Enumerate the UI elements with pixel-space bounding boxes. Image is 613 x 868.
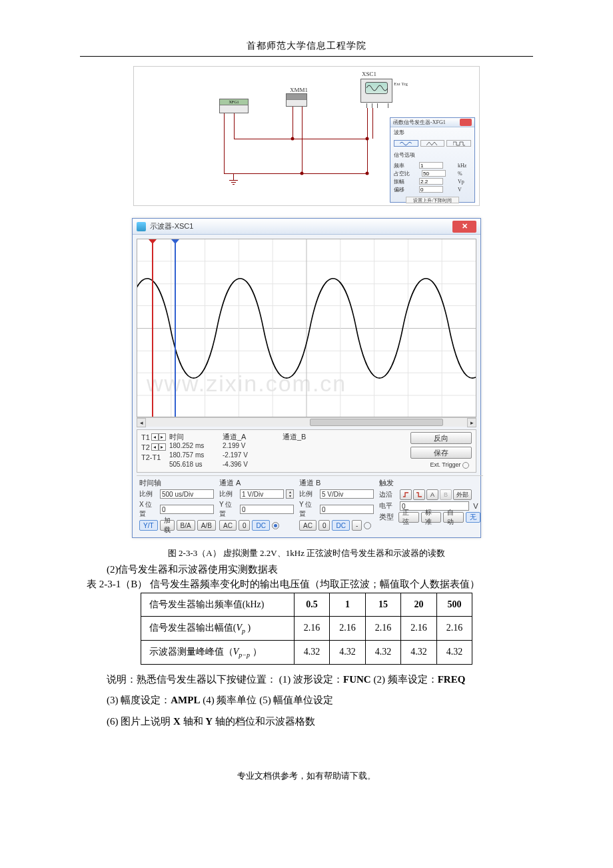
scroll-right-icon[interactable]: ▸ <box>467 418 476 427</box>
chA-scale-spin[interactable]: ▴▾ <box>286 489 294 499</box>
col-chA: 通道_A <box>223 432 283 442</box>
cell: 4.32 <box>330 640 366 664</box>
type-auto-button[interactable]: 自动 <box>443 512 464 523</box>
circuit-figure: XSC1 Ext Trg XMM1 XFG1 函数信号发生器-XFG1 波形 <box>133 66 480 206</box>
edge-rise-button[interactable] <box>400 489 412 500</box>
rise-fall-time-button[interactable]: 设置上升/下降时间 <box>406 197 459 203</box>
readout-panel: T1 ◂▸ T2 ◂▸ T2-T1 时间 通道_A 通道_B 180.252 m… <box>137 429 476 473</box>
ampl-input[interactable] <box>419 178 443 185</box>
t1-label: T1 <box>141 433 150 441</box>
cell: 2.16 <box>330 617 366 641</box>
data-table: 信号发生器输出频率值(kHz) 0.5 1 15 20 500 信号发生器输出幅… <box>141 593 473 665</box>
scroll-left-icon[interactable]: ◂ <box>137 418 146 427</box>
t2-label: T2 <box>141 443 150 451</box>
chB-dc-button[interactable]: DC <box>332 520 349 531</box>
ext-trigger-jack[interactable] <box>462 462 469 469</box>
edge-b-button[interactable]: B <box>440 489 452 500</box>
close-icon[interactable] <box>460 119 472 126</box>
type-normal-button[interactable]: 标准 <box>421 512 442 523</box>
chA-ypos-input[interactable]: 0 <box>240 505 294 514</box>
ext-trg-label: Ext Trg <box>394 81 408 87</box>
t1-chA: 2.199 V <box>223 442 283 451</box>
t1-stepper[interactable]: ◂▸ <box>151 433 166 441</box>
edge-fall-button[interactable] <box>413 489 425 500</box>
trigger-column: 触发 边沿 A B 外部 电平0V 类型 正弦 标准 自动 <box>376 475 483 533</box>
chB-scale-label: 比例 <box>299 489 318 499</box>
tb-scale-label: 比例 <box>139 489 158 499</box>
reverse-button[interactable]: 反向 <box>410 432 472 444</box>
cell: 15 <box>365 593 401 617</box>
ba-button[interactable]: B/A <box>177 520 195 531</box>
edge-a-button[interactable]: A <box>426 489 438 500</box>
notes-paragraph-3: (6) 图片上说明 X 轴和 Y 轴的档位和示波器格数 <box>107 713 506 731</box>
level-label: 电平 <box>379 501 398 511</box>
chB-scale-input[interactable]: 5 V/Div <box>320 489 374 499</box>
save-button[interactable]: 保存 <box>410 447 472 459</box>
chB-ypos-label: Y 位置 <box>299 500 318 519</box>
cell: 2.16 <box>436 617 472 641</box>
chB-ac-button[interactable]: AC <box>299 520 316 531</box>
cell: 2.16 <box>294 617 330 641</box>
chA-ac-button[interactable]: AC <box>219 520 237 531</box>
timebase-column: 时间轴 比例500 us/Div X 位置0 Y/T 加载 B/A A/B <box>137 475 217 533</box>
freq-unit: kHz <box>458 163 471 169</box>
ampl-unit: Vp <box>458 179 471 185</box>
chA-title: 通道 A <box>219 478 294 488</box>
duty-unit: % <box>458 171 471 177</box>
offset-label: 偏移 <box>394 186 404 193</box>
square-wave-button[interactable] <box>446 140 471 147</box>
sine-wave-button[interactable] <box>394 140 418 147</box>
t2-time: 180.757 ms <box>169 451 223 461</box>
function-generator-window: 函数信号发生器-XFG1 波形 信号选项 频率kHz 占空比% 振幅Vp 偏移V… <box>390 117 475 203</box>
oscilloscope-title: 示波器-XSC1 <box>150 221 193 231</box>
close-icon[interactable]: ✕ <box>452 221 476 233</box>
notes-paragraph-2: (3) 幅度设定：AMPL (4) 频率单位 (5) 幅值单位设定 <box>107 692 506 709</box>
edge-label: 边沿 <box>379 490 398 499</box>
duty-input[interactable] <box>422 170 446 177</box>
tb-scale-input[interactable]: 500 us/Div <box>160 489 214 499</box>
edge-ext-button[interactable]: 外部 <box>453 489 472 500</box>
waveform <box>137 239 476 417</box>
chB-jack[interactable] <box>364 522 371 529</box>
type-none-button[interactable]: 无 <box>466 512 480 523</box>
freq-input[interactable] <box>419 162 443 169</box>
row-ampl-head: 信号发生器输出幅值(Vp ) <box>141 617 294 641</box>
offset-unit: V <box>458 187 471 193</box>
section-2-heading: (2)信号发生器和示波器使用实测数据表 <box>107 563 613 576</box>
cell: 0.5 <box>294 593 330 617</box>
cell: 2.16 <box>365 617 401 641</box>
cursor-t2[interactable] <box>175 241 176 417</box>
cell: 4.32 <box>436 640 472 664</box>
triangle-wave-button[interactable] <box>420 140 445 147</box>
funcgen-title: 函数信号发生器-XFG1 <box>393 119 446 126</box>
ab-button[interactable]: A/B <box>197 520 216 531</box>
t2-stepper[interactable]: ◂▸ <box>151 443 166 451</box>
timebase-title: 时间轴 <box>139 478 214 488</box>
chB-minus-button[interactable]: - <box>352 520 362 531</box>
trigger-title: 触发 <box>379 478 480 488</box>
tb-xpos-input[interactable]: 0 <box>160 505 214 514</box>
duty-label: 占空比 <box>394 170 410 177</box>
chA-scale-input[interactable]: 1 V/Div <box>240 489 284 499</box>
chA-zero-button[interactable]: 0 <box>239 520 251 531</box>
chB-ypos-input[interactable]: 0 <box>320 505 374 514</box>
chA-dc-button[interactable]: DC <box>252 520 269 531</box>
cell: 1 <box>330 593 366 617</box>
table-row: 信号发生器输出频率值(kHz) 0.5 1 15 20 500 <box>141 593 472 617</box>
type-sine-button[interactable]: 正弦 <box>398 512 419 523</box>
offset-input[interactable] <box>419 186 443 193</box>
cursor-t1[interactable] <box>152 241 153 417</box>
chB-zero-button[interactable]: 0 <box>318 520 330 531</box>
cell: 4.32 <box>401 640 437 664</box>
chA-ypos-label: Y 位置 <box>219 500 238 519</box>
page-footer: 专业文档供参考，如有帮助请下载。 <box>0 770 613 782</box>
scroll-thumb[interactable] <box>310 419 443 426</box>
level-unit: V <box>471 502 480 510</box>
diff-label: T2-T1 <box>141 453 161 461</box>
cell: 4.32 <box>294 640 330 664</box>
chA-jack[interactable] <box>272 522 279 529</box>
waveform-scrollbar[interactable]: ◂ ▸ <box>137 417 476 427</box>
add-button[interactable]: 加载 <box>160 520 175 531</box>
type-label: 类型 <box>379 512 396 523</box>
yt-button[interactable]: Y/T <box>139 520 158 531</box>
